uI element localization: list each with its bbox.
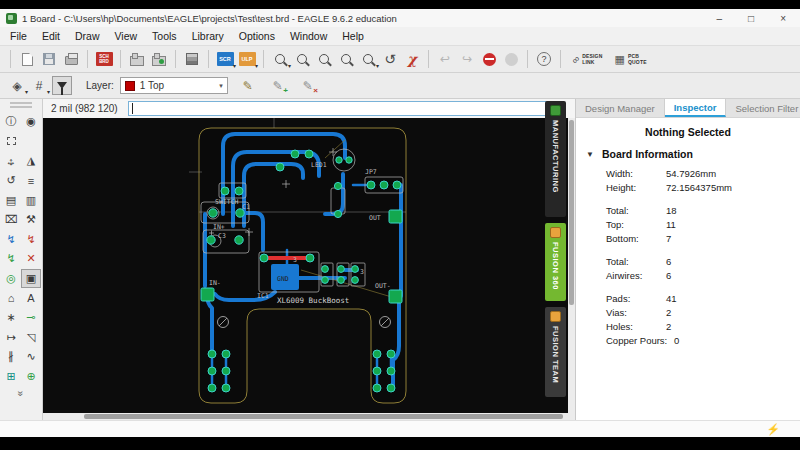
tab-manufacturing[interactable]: MANUFACTURING (545, 101, 566, 217)
more-tools-button[interactable]: » (16, 391, 27, 397)
help-button[interactable]: ? (533, 49, 555, 70)
abort-button[interactable]: χ (401, 49, 423, 70)
row-label: Width: (606, 168, 666, 179)
undo-button[interactable]: ↩ (434, 49, 456, 70)
menu-help[interactable]: Help (335, 28, 372, 44)
copy-icon: ▤ (6, 194, 16, 207)
save-button[interactable] (38, 49, 60, 70)
palette-grip[interactable] (10, 106, 32, 108)
tab-fusion-360[interactable]: FUSION 360 (545, 223, 566, 301)
tab-inspector[interactable]: Inspector (665, 99, 727, 117)
vertical-scrollbar-thumb[interactable] (569, 120, 574, 305)
route-airwire-tool[interactable]: ↯ (1, 230, 21, 250)
layer-settings-button[interactable]: ◈▾ (6, 75, 28, 96)
meander-tool[interactable]: ∿ (21, 347, 41, 367)
command-input[interactable]: ▾ (128, 101, 559, 116)
show-tool[interactable]: ◉ (21, 112, 41, 132)
move-tool[interactable]: ↔↕ (1, 151, 21, 171)
go-icon (505, 53, 518, 66)
grid-button[interactable]: #▾ (28, 75, 50, 96)
zoom-fit-button[interactable]: ▾ (269, 49, 291, 70)
signal-tool[interactable]: ∦ (1, 347, 21, 367)
pad-tool[interactable]: ▣ (21, 269, 41, 289)
open-file-button[interactable] (16, 49, 38, 70)
delete-tool[interactable]: ⌧ (1, 210, 21, 230)
factory-icon (130, 56, 144, 66)
zoom-in-button[interactable] (291, 49, 313, 70)
change-tool[interactable]: ⚒ (21, 210, 41, 230)
vertical-scrollbar[interactable] (568, 118, 575, 413)
align-tool[interactable]: ≡ (21, 171, 41, 191)
cam-processor-button[interactable] (126, 49, 148, 70)
arc-tool[interactable]: ◹ (21, 328, 41, 348)
menu-draw[interactable]: Draw (68, 28, 108, 44)
ripup-tool[interactable]: ↯ (21, 230, 41, 250)
rotate-tool[interactable]: ↺ (1, 171, 21, 191)
ratsnest-tool[interactable]: ∗ (1, 308, 21, 328)
zoom-out-button[interactable] (313, 49, 335, 70)
close-icon[interactable]: × (780, 13, 786, 24)
polygon-tool[interactable]: ⌂ (1, 288, 21, 308)
zoom-select-button[interactable] (335, 49, 357, 70)
toolbar-separator (527, 50, 528, 68)
generate-cam-button[interactable] (148, 49, 170, 70)
add-library-tool[interactable]: ⊞ (1, 367, 21, 387)
horizontal-scrollbar[interactable] (43, 413, 575, 420)
tab-fusion-team[interactable]: FUSION TEAM (545, 307, 566, 397)
toolbar-separator (10, 50, 11, 68)
layer-dropdown[interactable]: 1 Top ▾ (120, 77, 228, 94)
menu-options[interactable]: Options (232, 28, 283, 44)
redraw-button[interactable]: ↺ (379, 49, 401, 70)
menu-window[interactable]: Window (283, 28, 335, 44)
horizontal-scrollbar-thumb[interactable] (84, 414, 563, 419)
layer-toolbar: ◈▾ #▾ Layer: 1 Top ▾ ✎ ✎+ ✎× (0, 73, 800, 99)
delete-layer-button[interactable]: ✎× (298, 79, 318, 93)
tab-selection-filter[interactable]: Selection Filter (726, 99, 800, 117)
run-ulp-button[interactable]: ULP▾ (236, 49, 258, 70)
text-tool[interactable]: A (21, 288, 41, 308)
add-layer-button[interactable]: ✎+ (268, 79, 288, 93)
add-part-tool[interactable]: ⊕ (21, 367, 41, 387)
menu-view[interactable]: View (108, 28, 146, 44)
tab-design-manager[interactable]: Design Manager (576, 99, 665, 117)
label-ic1: IC1 (257, 292, 269, 300)
label-part-name: XL6009 BuckBoost (277, 296, 349, 305)
wire-tool[interactable]: ⊸ (21, 308, 41, 328)
ripup-alt-tool[interactable]: ✕ (21, 249, 41, 269)
menu-tools[interactable]: Tools (145, 28, 185, 44)
menu-edit[interactable]: Edit (35, 28, 68, 44)
dropdown-caret-icon: ▾ (219, 82, 223, 90)
paste-tool[interactable]: ▥ (21, 190, 41, 210)
label-switch: SWITCH (215, 198, 239, 206)
route-alt-tool[interactable]: ↯ (1, 249, 21, 269)
row-label: Copper Pours: (606, 335, 674, 346)
go-button[interactable] (500, 49, 522, 70)
select-group-tool[interactable] (1, 132, 21, 152)
info-tool[interactable]: ⓘ (1, 112, 21, 132)
menu-file[interactable]: File (3, 28, 35, 44)
stop-button[interactable] (478, 49, 500, 70)
label-in-plus: IN+ (213, 223, 225, 231)
dimension-tool[interactable]: ↦ (1, 328, 21, 348)
menu-library[interactable]: Library (185, 28, 232, 44)
copy-tool[interactable]: ▤ (1, 190, 21, 210)
via-tool[interactable]: ◎ (1, 269, 21, 289)
palette-grip[interactable] (10, 102, 32, 104)
switch-sch-brd-button[interactable]: SCH BRD (93, 49, 115, 70)
zoom-redraw-button[interactable]: ▾ (357, 49, 379, 70)
print-button[interactable] (60, 49, 82, 70)
board-information-header[interactable]: ▼ Board Information (576, 145, 800, 166)
pcb-quote-button[interactable]: ▦ PCBQUOTE (609, 53, 653, 66)
pcb-board-svg: SWITCH C1 IN+ C3 IN- LED1 JP7 OUT OUT- G… (43, 118, 567, 413)
library-manager-button[interactable] (181, 49, 203, 70)
selection-filter-button[interactable] (52, 76, 72, 95)
dropdown-caret-icon: ▾ (47, 88, 50, 95)
pcb-canvas[interactable]: SWITCH C1 IN+ C3 IN- LED1 JP7 OUT OUT- G… (43, 118, 575, 413)
design-link-button[interactable]: ∞ DESIGNLINK (566, 53, 609, 65)
maximize-icon[interactable]: □ (748, 13, 754, 24)
minimize-icon[interactable]: – (717, 13, 723, 24)
mirror-tool[interactable]: ◮ (21, 151, 41, 171)
edit-layer-button[interactable]: ✎ (238, 79, 258, 93)
run-script-button[interactable]: SCR▾ (214, 49, 236, 70)
redo-button[interactable]: ↪ (456, 49, 478, 70)
